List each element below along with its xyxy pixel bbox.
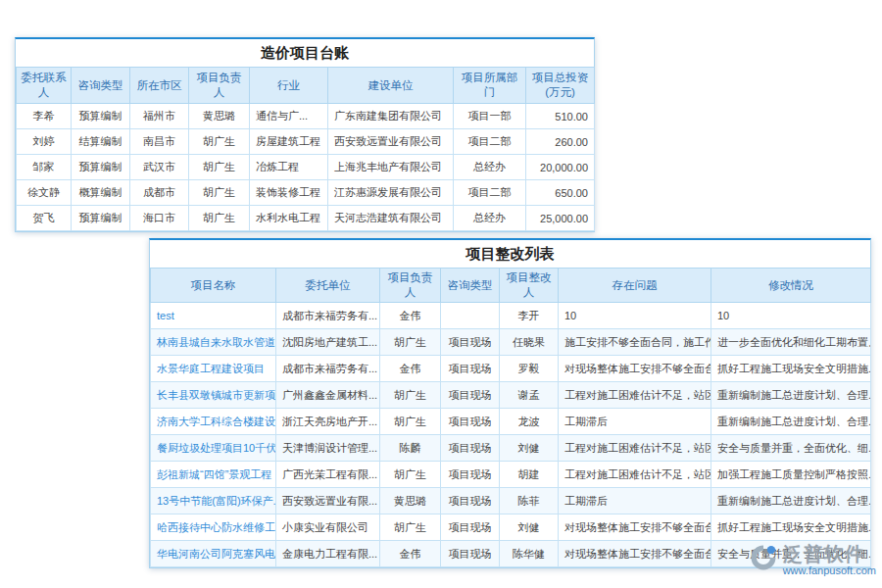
- cell: 胡广生: [189, 180, 250, 206]
- cell: 概算编制: [72, 180, 130, 206]
- brand-text: 泛普软件: [783, 543, 876, 564]
- ledger-title: 造价项目台账: [16, 39, 594, 67]
- table-row[interactable]: 贺飞预算编制海口市胡广生水利水电工程天河志浩建筑有限公司总经办25,000.00: [17, 206, 595, 231]
- fanpu-logo-icon: [749, 543, 778, 576]
- table-row[interactable]: 餐厨垃圾处理项目10千伏...天津博润设计管理...陈麟项目现场刘健工程对施工困…: [151, 435, 871, 462]
- column-header: 委托单位: [276, 269, 380, 303]
- cell: 胡广生: [380, 409, 441, 435]
- cell: 项目现场: [441, 382, 500, 409]
- cell: 房屋建筑工程: [250, 129, 328, 155]
- table-row[interactable]: 长丰县双墩镇城市更新项...广州鑫鑫金属材料...胡广生项目现场谢孟工程对施工困…: [151, 382, 871, 409]
- cell: 西安致远置业有限公司: [328, 129, 454, 155]
- project-rectification-panel: 项目整改列表 项目名称委托单位项目负责人咨询类型项目整改人存在问题修改情况tes…: [149, 238, 871, 568]
- cell: 广州鑫鑫金属材料...: [276, 382, 380, 409]
- project-name-link[interactable]: 华电河南公司阿克塞风电...: [151, 541, 276, 567]
- table-row[interactable]: 刘婷结算编制南昌市胡广生房屋建筑工程西安致远置业有限公司项目二部260.00: [17, 129, 595, 155]
- cell: 项目现场: [441, 462, 500, 488]
- column-header: 委托联系人: [17, 68, 72, 104]
- cell: 工程对施工困难估计不足，站区...: [559, 462, 711, 488]
- column-header: 项目负责人: [189, 68, 250, 104]
- cell: 胡广生: [189, 206, 250, 231]
- rectify-title: 项目整改列表: [150, 240, 870, 268]
- cell: 项目现场: [441, 329, 500, 356]
- column-header: 项目负责人: [380, 269, 441, 303]
- cell: 10: [711, 303, 871, 329]
- cell: 进一步全面优化和细化工期布置。: [711, 329, 871, 356]
- table-row[interactable]: 水景华庭工程建设项目成都市来福劳务有...金伟项目现场罗毅对现场整体施工安排不够…: [151, 356, 871, 382]
- column-header: 修改情况: [711, 269, 871, 303]
- cell: 广西光茉工程有限...: [276, 462, 380, 488]
- cell: 项目二部: [454, 129, 526, 155]
- cell: 陈菲: [500, 488, 559, 514]
- cell: 福州市: [130, 104, 189, 129]
- column-header: 所在市区: [130, 68, 189, 104]
- project-name-link[interactable]: 彭祖新城“四馆”景观工程: [151, 462, 276, 488]
- cell: 对现场整体施工安排不够全面合...: [559, 541, 711, 567]
- cost-project-ledger-table: 委托联系人咨询类型所在市区项目负责人行业建设单位项目所属部门项目总投资(万元)李…: [16, 67, 595, 231]
- cell: 金伟: [380, 303, 441, 329]
- cell: 成都市来福劳务有...: [276, 303, 380, 329]
- project-name-link[interactable]: 水景华庭工程建设项目: [151, 356, 276, 382]
- cost-project-ledger-panel: 造价项目台账 委托联系人咨询类型所在市区项目负责人行业建设单位项目所属部门项目总…: [15, 37, 595, 232]
- cell: 小康实业有限公司: [276, 514, 380, 541]
- project-name-link[interactable]: test: [151, 303, 276, 329]
- column-header: 行业: [250, 68, 328, 104]
- cell: 项目现场: [441, 514, 500, 541]
- cell: 重新编制施工总进度计划、合理...: [711, 409, 871, 435]
- project-name-link[interactable]: 13号中节能(富阳)环保产...: [151, 488, 276, 514]
- cell: 广东南建集团有限公司: [328, 104, 454, 129]
- cell: 260.00: [526, 129, 595, 155]
- cell: 工程对施工困难估计不足，站区...: [559, 435, 711, 462]
- table-row[interactable]: 林南县城自来水取水管道...沈阳房地产建筑工...胡广生项目现场任晓果施工安排不…: [151, 329, 871, 356]
- project-name-link[interactable]: 餐厨垃圾处理项目10千伏...: [151, 435, 276, 462]
- cell: 10: [559, 303, 711, 329]
- table-row[interactable]: test成都市来福劳务有...金伟李开1010: [151, 303, 871, 329]
- cell: 通信与广...: [250, 104, 328, 129]
- cell: 结算编制: [72, 129, 130, 155]
- cell: 江苏惠源发展有限公司: [328, 180, 454, 206]
- cell: 刘健: [500, 435, 559, 462]
- brand-url: www.fanpusoft.com: [783, 564, 876, 576]
- cell: 胡广生: [380, 329, 441, 356]
- table-row[interactable]: 李希预算编制福州市黄思璐通信与广...广东南建集团有限公司项目一部510.00: [17, 104, 595, 129]
- cell: 谢孟: [500, 382, 559, 409]
- project-rectification-table: 项目名称委托单位项目负责人咨询类型项目整改人存在问题修改情况test成都市来福劳…: [150, 268, 871, 567]
- cell: 徐文静: [17, 180, 72, 206]
- table-row[interactable]: 哈西接待中心防水维修工程小康实业有限公司胡广生项目现场刘健对现场整体施工安排不够…: [151, 514, 871, 541]
- cell: 项目现场: [441, 435, 500, 462]
- cell: 预算编制: [72, 104, 130, 129]
- cell: 陈华健: [500, 541, 559, 567]
- cell: 邹家: [17, 155, 72, 180]
- cell: 对现场整体施工安排不够全面合...: [559, 356, 711, 382]
- cell: 抓好工程施工现场安全文明措施...: [711, 356, 871, 382]
- cell: 安全与质量并重，全面优化、细...: [711, 435, 871, 462]
- project-name-link[interactable]: 哈西接待中心防水维修工程: [151, 514, 276, 541]
- table-row[interactable]: 徐文静概算编制成都市胡广生装饰装修工程江苏惠源发展有限公司项目二部650.00: [17, 180, 595, 206]
- cell: 预算编制: [72, 155, 130, 180]
- cell: 预算编制: [72, 206, 130, 231]
- cell: 成都市来福劳务有...: [276, 356, 380, 382]
- project-name-link[interactable]: 济南大学工科综合楼建设: [151, 409, 276, 435]
- cell: 胡广生: [189, 129, 250, 155]
- cell: 项目一部: [454, 104, 526, 129]
- cell: 项目二部: [454, 180, 526, 206]
- cell: 胡建: [500, 462, 559, 488]
- cell: 武汉市: [130, 155, 189, 180]
- project-name-link[interactable]: 长丰县双墩镇城市更新项...: [151, 382, 276, 409]
- cell: 对现场整体施工安排不够全面合...: [559, 514, 711, 541]
- table-row[interactable]: 邹家预算编制武汉市胡广生冶炼工程上海兆丰地产有限公司总经办20,000.00: [17, 155, 595, 180]
- cell: 南昌市: [130, 129, 189, 155]
- cell: 工程对施工困难估计不足，站区...: [559, 382, 711, 409]
- project-name-link[interactable]: 林南县城自来水取水管道...: [151, 329, 276, 356]
- table-row[interactable]: 济南大学工科综合楼建设浙江天亮房地产开...胡广生项目现场龙波工期滞后重新编制施…: [151, 409, 871, 435]
- table-row[interactable]: 彭祖新城“四馆”景观工程广西光茉工程有限...胡广生项目现场胡建工程对施工困难估…: [151, 462, 871, 488]
- cell: 海口市: [130, 206, 189, 231]
- cell: 成都市: [130, 180, 189, 206]
- cell: 刘婷: [17, 129, 72, 155]
- cell: 沈阳房地产建筑工...: [276, 329, 380, 356]
- cell: 胡广生: [380, 462, 441, 488]
- cell: 浙江天亮房地产开...: [276, 409, 380, 435]
- cell: [441, 303, 500, 329]
- table-row[interactable]: 13号中节能(富阳)环保产...西安致远置业有限...黄思璐项目现场陈菲工期滞后…: [151, 488, 871, 514]
- cell: 任晓果: [500, 329, 559, 356]
